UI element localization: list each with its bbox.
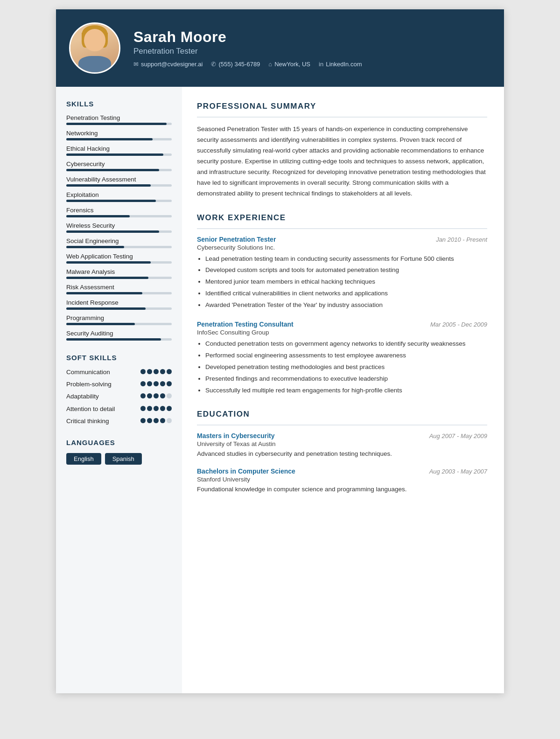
language-badge: English	[66, 453, 101, 465]
dot	[154, 406, 159, 411]
jobs-list: Senior Penetration Tester Jan 2010 - Pre…	[197, 236, 487, 396]
soft-skill-name: Communication	[66, 368, 138, 376]
edu-date: Aug 2003 - May 2007	[429, 468, 487, 475]
dot	[160, 369, 165, 374]
edu-school: University of Texas at Austin	[197, 440, 487, 447]
work-divider	[197, 228, 487, 229]
skill-bar-bg	[66, 184, 172, 187]
job-title: Senior Penetration Tester	[197, 236, 276, 243]
education-list: Masters in Cybersecurity Aug 2007 - May …	[197, 432, 487, 495]
edu-desc: Advanced studies in cybersecurity and pe…	[197, 449, 487, 459]
skill-item: Risk Assessment	[66, 284, 172, 294]
skill-bar-fill	[66, 215, 130, 217]
skill-bar-fill	[66, 338, 161, 341]
dot	[147, 406, 152, 411]
skill-bar-fill	[66, 323, 135, 325]
languages-list: EnglishSpanish	[66, 453, 172, 465]
skill-bar-bg	[66, 230, 172, 233]
skill-name: Malware Analysis	[66, 268, 172, 275]
skill-bar-bg	[66, 246, 172, 248]
soft-skill-name: Critical thinking	[66, 417, 138, 425]
skill-bar-fill	[66, 153, 163, 156]
header-section: Sarah Moore Penetration Tester ✉support@…	[56, 9, 504, 87]
dot	[167, 369, 172, 374]
contact-icon: ⌂	[268, 61, 272, 68]
job-bullets: Conducted penetration tests on governmen…	[197, 339, 487, 396]
languages-section: LANGUAGES EnglishSpanish	[66, 439, 172, 465]
job-bullet: Lead penetration testing team in conduct…	[205, 254, 487, 264]
work-title: WORK EXPERIENCE	[197, 213, 487, 223]
skill-bar-bg	[66, 123, 172, 125]
sidebar: SKILLS Penetration Testing Networking Et…	[56, 87, 182, 693]
soft-skill-dots	[140, 393, 172, 398]
avatar-body	[78, 56, 111, 74]
edu-date: Aug 2007 - May 2009	[429, 432, 487, 439]
soft-skill-name: Attention to detail	[66, 405, 138, 413]
skill-bar-bg	[66, 261, 172, 264]
soft-skills-section: SOFT SKILLS Communication Problem-solvin…	[66, 354, 172, 425]
contact-icon: ✉	[133, 61, 139, 68]
skill-bar-fill	[66, 169, 159, 171]
job-bullet: Developed custom scripts and tools for a…	[205, 265, 487, 275]
skill-name: Incident Response	[66, 299, 172, 306]
skill-item: Incident Response	[66, 299, 172, 310]
dot	[147, 418, 152, 423]
skill-name: Wireless Security	[66, 222, 172, 229]
dot	[154, 369, 159, 374]
main-content: PROFESSIONAL SUMMARY Seasoned Penetratio…	[182, 87, 504, 523]
education-block: Masters in Cybersecurity Aug 2007 - May …	[197, 432, 487, 459]
job-header: Senior Penetration Tester Jan 2010 - Pre…	[197, 236, 487, 243]
candidate-title: Penetration Tester	[133, 47, 487, 56]
edu-degree: Bachelors in Computer Science	[197, 467, 295, 475]
skill-item: Ethical Hacking	[66, 145, 172, 156]
education-block: Bachelors in Computer Science Aug 2003 -…	[197, 467, 487, 495]
skill-name: Security Auditing	[66, 330, 172, 337]
skill-item: Web Application Testing	[66, 253, 172, 264]
candidate-name: Sarah Moore	[133, 28, 487, 46]
skill-bar-bg	[66, 153, 172, 156]
education-section: EDUCATION Masters in Cybersecurity Aug 2…	[197, 410, 487, 495]
dot	[167, 381, 172, 386]
summary-divider	[197, 117, 487, 118]
body-layout: SKILLS Penetration Testing Networking Et…	[56, 87, 504, 693]
skill-bar-bg	[66, 307, 172, 310]
dot	[140, 393, 146, 398]
skill-bar-fill	[66, 184, 151, 187]
job-bullet: Identified critical vulnerabilities in c…	[205, 289, 487, 299]
summary-text: Seasoned Penetration Tester with 15 year…	[197, 124, 487, 199]
avatar	[69, 22, 120, 74]
skill-bar-fill	[66, 307, 146, 310]
soft-skill-dots	[140, 406, 172, 411]
skill-name: Forensics	[66, 207, 172, 214]
contact-text: NewYork, US	[274, 61, 310, 68]
skill-bar-fill	[66, 138, 153, 140]
skill-name: Cybersecurity	[66, 160, 172, 167]
skill-bar-fill	[66, 200, 156, 202]
soft-skills-list: Communication Problem-solving Adaptabili…	[66, 368, 172, 425]
soft-skill-dots	[140, 418, 172, 423]
contact-item: ⌂NewYork, US	[268, 61, 310, 68]
skill-name: Networking	[66, 130, 172, 137]
skill-item: Malware Analysis	[66, 268, 172, 279]
skill-bar-bg	[66, 292, 172, 294]
job-bullets: Lead penetration testing team in conduct…	[197, 254, 487, 311]
summary-title: PROFESSIONAL SUMMARY	[197, 102, 487, 111]
skill-item: Exploitation	[66, 191, 172, 202]
skill-bar-bg	[66, 277, 172, 279]
job-bullet: Mentored junior team members in ethical …	[205, 277, 487, 287]
edu-school: Stanford University	[197, 476, 487, 483]
dot	[147, 393, 152, 398]
contact-text: (555) 345-6789	[218, 61, 260, 68]
dot	[154, 381, 159, 386]
dot	[147, 381, 152, 386]
edu-header: Bachelors in Computer Science Aug 2003 -…	[197, 467, 487, 475]
edu-desc: Foundational knowledge in computer scien…	[197, 485, 487, 495]
skill-item: Social Engineering	[66, 237, 172, 248]
skill-name: Penetration Testing	[66, 114, 172, 121]
dot	[140, 369, 146, 374]
soft-skill-item: Critical thinking	[66, 417, 172, 425]
contact-text: support@cvdesigner.ai	[141, 61, 203, 68]
dot	[160, 381, 165, 386]
skill-bar-bg	[66, 138, 172, 140]
dot	[140, 418, 146, 423]
